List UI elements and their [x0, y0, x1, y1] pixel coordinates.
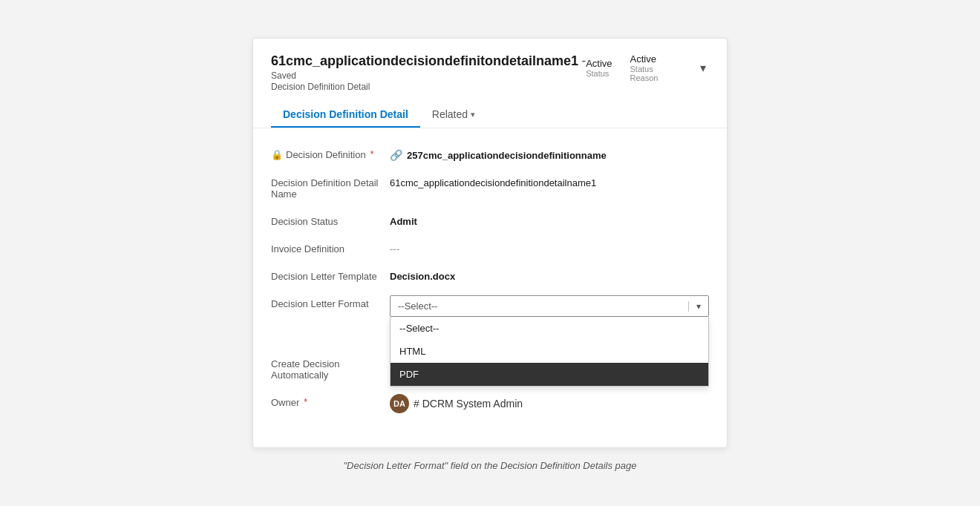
field-row-decision-letter-template: Decision Letter Template Decision.docx: [271, 268, 709, 282]
field-value-owner[interactable]: DA # DCRM System Admin: [390, 394, 523, 413]
status-reason-value: Active: [630, 53, 656, 65]
field-row-decision-status: Decision Status Admit: [271, 213, 709, 227]
form-card: 61cmc_applicationdecisiondefinitondetail…: [252, 38, 728, 448]
field-value-decision-status: Admit: [390, 213, 709, 227]
field-row-owner: Owner * DA # DCRM System Admin: [271, 394, 709, 413]
record-name: 61cmc_applicationdecisiondefinitondetail…: [271, 53, 578, 69]
field-value-decision-definition: 🔗 257cmc_applicationdecisiondefinitionna…: [390, 146, 709, 161]
owner-avatar: DA: [390, 394, 409, 413]
lock-icon: 🔒: [271, 149, 283, 160]
record-type-label: Decision Definition Detail: [271, 82, 586, 92]
tab-related-chevron-icon: ▾: [471, 110, 475, 119]
chevron-down-icon: ▾: [700, 61, 706, 75]
field-row-detail-name: Decision Definition Detail Name 61cmc_ap…: [271, 174, 709, 200]
form-body: 🔒 Decision Definition * 🔗 257cmc_applica…: [253, 128, 727, 447]
tab-detail-label: Decision Definition Detail: [283, 108, 408, 120]
tab-related[interactable]: Related ▾: [420, 102, 487, 128]
title-block: 61cmc_applicationdecisiondefinitondetail…: [271, 53, 586, 92]
page-caption: "Decision Letter Format" field on the De…: [343, 460, 636, 471]
field-label-decision-letter-template: Decision Letter Template: [271, 268, 390, 282]
field-value-invoice-definition: ---: [390, 240, 709, 254]
field-label-invoice-definition: Invoice Definition: [271, 240, 390, 254]
field-label-decision-status: Decision Status: [271, 213, 390, 227]
field-label-create-decision-auto: Create Decision Automatically: [271, 355, 390, 381]
status-block: Active Status: [586, 58, 612, 78]
select-current-value: --Select--: [391, 296, 688, 316]
required-star-decision-definition: *: [370, 149, 374, 160]
field-row-decision-definition: 🔒 Decision Definition * 🔗 257cmc_applica…: [271, 146, 709, 161]
page-wrapper: 61cmc_applicationdecisiondefinitondetail…: [0, 23, 980, 483]
field-value-decision-letter-template: Decision.docx: [390, 268, 709, 282]
status-value: Active: [586, 58, 612, 69]
tab-decision-definition-detail[interactable]: Decision Definition Detail: [271, 102, 420, 128]
required-star-owner: *: [304, 397, 307, 407]
tabs-bar: Decision Definition Detail Related ▾: [271, 102, 709, 128]
status-reason-block: Active Status Reason: [630, 53, 679, 82]
dropdown-item-pdf[interactable]: PDF: [391, 363, 708, 386]
select-display[interactable]: --Select-- ▾: [390, 295, 709, 317]
status-label: Status: [586, 69, 609, 78]
dropdown-item-html[interactable]: HTML: [391, 340, 708, 363]
tab-related-label: Related: [432, 108, 468, 120]
card-header: 61cmc_applicationdecisiondefinitondetail…: [253, 39, 727, 128]
field-value-detail-name: 61cmc_applicationdecisiondefinitiondetai…: [390, 174, 709, 188]
field-label-detail-name: Decision Definition Detail Name: [271, 174, 390, 200]
select-chevron-icon: ▾: [688, 301, 708, 312]
header-chevron-button[interactable]: ▾: [697, 58, 709, 78]
field-label-decision-definition: 🔒 Decision Definition *: [271, 146, 390, 160]
field-label-decision-letter-format: Decision Letter Format: [271, 295, 390, 309]
header-top: 61cmc_applicationdecisiondefinitondetail…: [271, 53, 709, 92]
header-status: Active Status Active Status Reason ▾: [586, 53, 709, 82]
dropdown-item-select[interactable]: --Select--: [391, 317, 708, 340]
status-reason-label: Status Reason: [630, 65, 679, 82]
lookup-link-icon: 🔗: [390, 149, 402, 161]
field-label-owner: Owner *: [271, 394, 390, 408]
dropdown-menu: --Select-- HTML PDF: [390, 317, 709, 387]
decision-letter-format-container: --Select-- ▾ --Select-- HTML PDF: [390, 295, 709, 317]
record-saved-label: Saved: [271, 70, 586, 81]
field-row-decision-letter-format: Decision Letter Format --Select-- ▾ --Se…: [271, 295, 709, 317]
field-row-invoice-definition: Invoice Definition ---: [271, 240, 709, 254]
record-title: 61cmc_applicationdecisiondefinitondetail…: [271, 53, 586, 69]
